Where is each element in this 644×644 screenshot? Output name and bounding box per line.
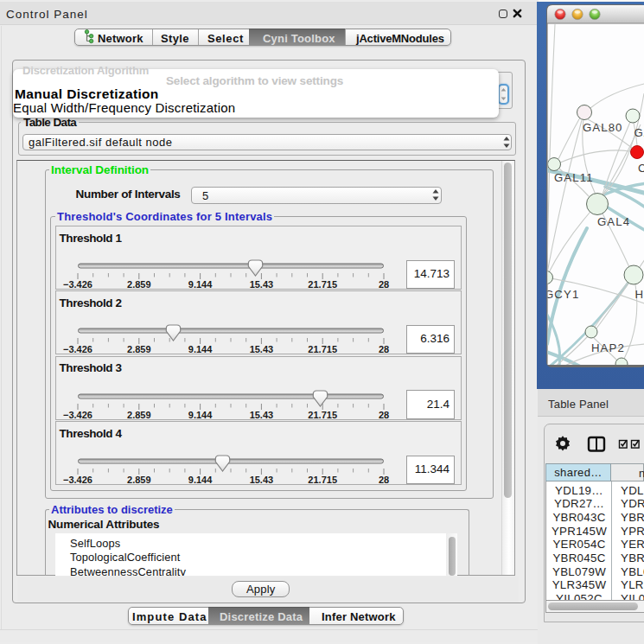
svg-text:21.715: 21.715 (308, 410, 337, 420)
svg-text:HI: HI (635, 288, 644, 301)
svg-text:15.43: 15.43 (250, 475, 274, 485)
svg-text:GAL4: GAL4 (597, 215, 630, 228)
svg-text:−3.426: −3.426 (63, 344, 92, 354)
svg-text:21.715: 21.715 (308, 475, 337, 485)
svg-text:9.144: 9.144 (188, 410, 213, 420)
svg-text:28: 28 (379, 279, 389, 290)
svg-text:−3.426: −3.426 (63, 475, 92, 485)
svg-text:9.144: 9.144 (188, 279, 213, 290)
svg-text:21.715: 21.715 (308, 279, 337, 290)
svg-text:28: 28 (379, 475, 389, 485)
svg-text:28: 28 (379, 344, 389, 354)
svg-text:−3.426: −3.426 (63, 410, 92, 420)
svg-text:2.859: 2.859 (127, 410, 151, 420)
svg-text:21.715: 21.715 (308, 344, 337, 354)
svg-text:15.43: 15.43 (250, 344, 274, 354)
svg-text:15.43: 15.43 (250, 410, 274, 420)
svg-text:GAL11: GAL11 (554, 171, 594, 184)
svg-text:9.144: 9.144 (188, 344, 213, 354)
svg-text:2.859: 2.859 (127, 475, 151, 485)
svg-text:2.859: 2.859 (127, 344, 151, 354)
svg-text:15.43: 15.43 (250, 279, 274, 290)
svg-text:GAL80: GAL80 (583, 121, 623, 134)
svg-text:HAP2: HAP2 (591, 341, 625, 354)
svg-text:2.859: 2.859 (127, 279, 151, 290)
svg-text:GCY1: GCY1 (545, 288, 579, 301)
svg-text:GA: GA (634, 126, 644, 139)
svg-text:9.144: 9.144 (188, 475, 213, 485)
svg-text:CY: CY (638, 162, 644, 175)
svg-text:−3.426: −3.426 (63, 279, 92, 290)
svg-text:28: 28 (379, 410, 389, 420)
